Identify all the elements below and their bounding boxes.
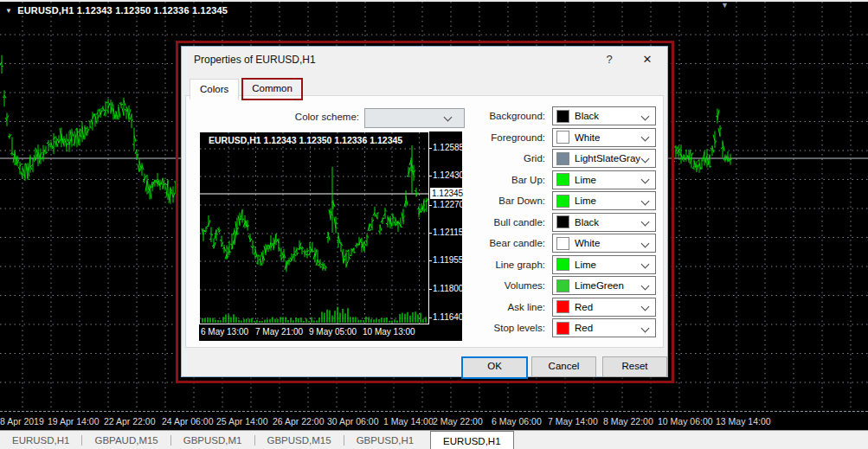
time-axis-label: 8 May 22:00 [603,416,653,427]
row-label: Bull candle: [186,217,552,228]
time-axis-label: 24 Apr 06:00 [162,416,214,427]
ask-line-combo[interactable]: Red [552,298,656,317]
row-label: Grid: [186,153,552,164]
time-axis-label: 1 May 14:00 [383,416,434,427]
row-label: Background: [186,111,552,121]
row-label: Bar Down: [186,196,552,206]
time-axis-label: 13 May 14:00 [716,416,771,427]
time-axis-label: 25 Apr 14:00 [216,416,268,427]
color-swatch [556,131,569,144]
row-label: Volumes: [186,280,552,291]
chart-tab-gbpusd-m1[interactable]: GBPUSD,M1 [171,431,254,449]
chevron-down-icon[interactable]: ▼ [5,7,12,15]
color-swatch [556,300,569,313]
combo-value: Black [575,111,642,121]
combo-value: Red [575,302,642,312]
combo-value: Lime [575,260,642,270]
row-bar-up: Bar Up: Lime [186,171,659,189]
time-axis-label: 22 Apr 22:00 [104,416,156,427]
chart-tab-bar: EURUSD,H1 GBPAUD,M15 GBPUSD,M1 GBPUSD,M1… [0,430,868,449]
chevron-down-icon [641,303,650,311]
combo-value: White [575,132,642,143]
color-swatch [556,322,569,335]
bull-candle-combo[interactable]: Black [552,213,656,232]
chart-marker-icon: ▼ [721,1,729,10]
color-swatch [556,173,569,186]
color-swatch [556,152,569,165]
chart-tab-gbpaud-m15[interactable]: GBPAUD,M15 [82,431,170,449]
row-bear-candle: Bear candle: White [186,234,659,252]
close-icon[interactable]: ✕ [638,51,657,67]
time-axis-label: 8 Apr 2019 [0,416,44,427]
colors-tab-page: Color scheme: EURUSD,H1 1.12343 1.12350 … [185,95,664,348]
time-axis-label: 7 May 14:00 [548,416,598,427]
chart-symbol-info: ▼ EURUSD,H1 1.12343 1.12350 1.12336 1.12… [5,5,228,16]
stop-levels-combo[interactable]: Red [552,318,656,337]
time-axis-label: 6 May 06:00 [492,416,542,427]
background-combo[interactable]: Black [552,106,656,125]
row-bar-down: Bar Down: Lime [186,192,659,209]
time-axis-label: 19 Apr 14:00 [48,416,100,427]
dialog-title: Properties of EURUSD,H1 [194,54,316,66]
row-label: Foreground: [186,132,552,143]
chevron-down-icon [641,196,650,205]
time-axis-label: 26 Apr 22:00 [273,416,325,427]
chart-tab-eurusd-h1[interactable]: EURUSD,H1 [0,431,81,449]
color-swatch [556,237,569,250]
color-swatch [556,279,569,292]
chart-tab-gbpusd-m15[interactable]: GBPUSD,M15 [255,431,344,449]
row-label: Ask line: [186,302,552,312]
cancel-button[interactable]: Cancel [531,356,596,377]
help-icon[interactable]: ? [601,52,617,67]
time-axis-label: 2 May 22:00 [433,416,483,427]
row-label: Bar Up: [186,175,552,185]
chevron-down-icon [641,133,650,142]
color-swatch [556,195,569,208]
chevron-down-icon [641,218,650,227]
chevron-down-icon [641,324,650,332]
grid-combo[interactable]: LightSlateGray [552,149,656,168]
combo-value: Lime [575,175,642,185]
chevron-down-icon [641,154,650,163]
chevron-down-icon [641,176,650,184]
mt4-window: ▼ EURUSD,H1 1.12343 1.12350 1.12336 1.12… [0,0,868,449]
bar-up-combo[interactable]: Lime [552,170,656,189]
chevron-down-icon [641,260,650,269]
row-line-graph: Line graph: Lime [186,256,659,273]
combo-value: Black [575,217,642,228]
color-swatch [556,258,569,271]
color-swatch [556,110,569,123]
symbol-ohlc-label: EURUSD,H1 1.12343 1.12350 1.12336 1.1234… [17,5,228,16]
row-label: Bear candle: [186,238,552,248]
combo-value: White [575,238,642,248]
color-swatch [556,215,569,228]
bear-candle-combo[interactable]: White [552,234,656,253]
row-bull-candle: Bull candle: Black [186,214,659,231]
chart-tab-gbpusd-h1[interactable]: GBPUSD,H1 [344,431,426,449]
ok-button[interactable]: OK [461,356,528,379]
time-axis-label: 30 Apr 06:00 [327,416,379,427]
volumes-combo[interactable]: LimeGreen [552,276,656,295]
reset-button[interactable]: Reset [602,356,667,377]
color-settings-list: Background: Black Foreground: White [186,107,659,337]
row-label: Stop levels: [186,323,552,333]
line-graph-combo[interactable]: Lime [552,255,656,274]
bar-down-combo[interactable]: Lime [552,191,656,210]
row-volumes: Volumes: LimeGreen [186,277,659,294]
foreground-combo[interactable]: White [552,128,656,147]
combo-value: LightSlateGray [575,153,642,164]
row-foreground: Foreground: White [186,129,659,146]
chart-tab-eurusd-h1-active[interactable]: EURUSD,H1 [430,431,513,449]
row-grid: Grid: LightSlateGray [186,150,659,167]
properties-dialog: Properties of EURUSD,H1 ? ✕ Colors Commo… [181,46,668,377]
chevron-down-icon [641,239,650,247]
row-stop-levels: Stop levels: Red [186,319,659,337]
tab-common[interactable]: Common [241,78,303,100]
chevron-down-icon [641,281,650,290]
combo-value: Lime [575,196,642,206]
chevron-down-icon [641,112,650,120]
tab-colors[interactable]: Colors [190,79,239,99]
combo-value: LimeGreen [575,280,642,291]
time-axis-label: 10 May 06:00 [658,416,713,427]
time-axis: 8 Apr 2019 19 Apr 14:00 22 Apr 22:00 24 … [0,411,868,431]
